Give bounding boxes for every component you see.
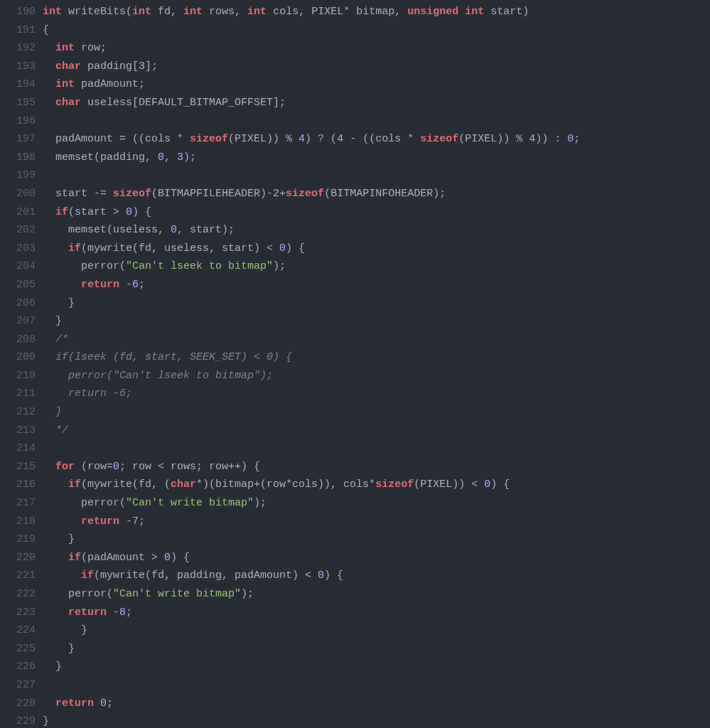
code-line[interactable]: int padAmount;	[43, 75, 710, 94]
line-number: 197	[0, 130, 36, 149]
token-ident: start)	[484, 6, 529, 18]
code-editor[interactable]: 1901911921931941951961971981992002012022…	[0, 0, 710, 728]
line-number: 222	[0, 585, 36, 604]
code-line[interactable]: }	[43, 294, 710, 313]
token-keyword: if	[68, 552, 81, 564]
token-num: 8	[119, 606, 126, 619]
code-line[interactable]: return -6;	[43, 276, 710, 294]
token-ident: );	[241, 588, 254, 600]
code-line[interactable]: perror("Can't write bitmap");	[43, 494, 710, 513]
code-line[interactable]: }	[43, 403, 710, 422]
code-line[interactable]: }	[43, 640, 710, 658]
code-line[interactable]: int writeBits(int fd, int rows, int cols…	[43, 3, 710, 21]
code-line[interactable]: memset(useless, 0, start);	[43, 221, 710, 240]
token-comment: }	[43, 406, 62, 418]
token-ident: perror(	[43, 588, 113, 600]
code-line[interactable]: perror("Can't lseek to bitmap");	[43, 367, 710, 385]
code-line[interactable]: return -7;	[43, 513, 710, 531]
token-keyword: int	[43, 6, 62, 18]
token-num: 0	[171, 224, 177, 236]
code-line[interactable]: if(mywrite(fd, padding, padAmount) < 0) …	[43, 567, 710, 585]
code-line[interactable]: if(mywrite(fd, useless, start) < 0) {	[43, 240, 710, 258]
token-keyword: if	[55, 206, 68, 218]
token-ident: (PIXEL)) <	[414, 478, 484, 491]
line-number: 216	[0, 476, 36, 494]
token-keyword: char	[55, 97, 81, 109]
token-num: 7	[132, 515, 139, 528]
code-line[interactable]	[43, 676, 710, 695]
code-line[interactable]: return -6;	[43, 385, 710, 403]
code-line[interactable]: return 0;	[43, 695, 710, 713]
token-num: 0	[164, 552, 171, 564]
code-line[interactable]: }	[43, 712, 710, 728]
code-line[interactable]: memset(padding, 0, 3);	[43, 149, 710, 167]
token-ident: perror(	[43, 260, 126, 272]
token-comment: if(lseek (fd, start, SEEK_SET) < 0) {	[43, 351, 292, 363]
token-ident: memset(padding,	[43, 151, 158, 164]
line-number: 213	[0, 422, 36, 440]
token-ident	[43, 78, 55, 90]
code-line[interactable]: if(padAmount > 0) {	[43, 549, 710, 567]
code-line[interactable]	[43, 166, 710, 185]
token-ident: );	[273, 260, 286, 272]
token-ident: {	[43, 24, 49, 36]
code-line[interactable]: start -= sizeof(BITMAPFILEHEADER)-2+size…	[43, 185, 710, 203]
code-line[interactable]: perror("Can't lseek to bitmap");	[43, 257, 710, 276]
token-comment: */	[43, 424, 68, 437]
line-number: 193	[0, 58, 36, 76]
code-line[interactable]: }	[43, 658, 710, 676]
token-num: 6	[132, 279, 139, 291]
token-num: 3	[139, 60, 145, 73]
code-line[interactable]: return -8;	[43, 604, 710, 622]
token-ident: ;	[126, 606, 132, 619]
token-keyword2: sizeof	[286, 188, 324, 200]
line-number: 205	[0, 276, 36, 294]
token-comment: return -6;	[43, 387, 132, 400]
token-keyword: char	[171, 478, 196, 491]
code-line[interactable]: int row;	[43, 39, 710, 58]
code-line[interactable]: /*	[43, 331, 710, 349]
token-ident: )) :	[535, 133, 567, 145]
code-line[interactable]: padAmount = ((cols * sizeof(PIXEL)) % 4)…	[43, 130, 710, 149]
token-ident: -	[107, 606, 119, 619]
token-ident: ) {	[286, 242, 305, 255]
line-number: 218	[0, 513, 36, 531]
token-ident: }	[43, 660, 62, 673]
line-number: 204	[0, 257, 36, 276]
token-ident: ,	[164, 151, 177, 164]
code-line[interactable]: if(start > 0) {	[43, 203, 710, 222]
token-ident: ; row < rows; row++) {	[119, 461, 260, 473]
token-ident: }	[43, 297, 75, 309]
code-line[interactable]: char padding[3];	[43, 58, 710, 76]
token-string: "Can't write bitmap"	[126, 497, 254, 509]
token-comment: /*	[43, 333, 68, 346]
token-keyword: int	[465, 6, 484, 18]
token-ident: ) ? (	[305, 133, 337, 145]
code-line[interactable]	[43, 439, 710, 458]
line-number: 190	[0, 3, 36, 21]
code-line[interactable]: if(mywrite(fd, (char*)(bitmap+(row*cols)…	[43, 476, 710, 494]
token-ident: }	[43, 315, 62, 327]
code-line[interactable]: }	[43, 312, 710, 331]
token-ident: (PIXEL)) %	[228, 133, 298, 145]
token-ident: padding[	[81, 60, 139, 73]
token-keyword: char	[55, 60, 81, 73]
code-line[interactable]: {	[43, 21, 710, 40]
code-line[interactable]	[43, 112, 710, 131]
line-number: 225	[0, 640, 36, 658]
line-number: 220	[0, 549, 36, 567]
code-line[interactable]: char useless[DEFAULT_BITMAP_OFFSET];	[43, 94, 710, 112]
code-line[interactable]: if(lseek (fd, start, SEEK_SET) < 0) {	[43, 348, 710, 367]
code-line[interactable]: perror("Can't write bitmap");	[43, 585, 710, 604]
code-line[interactable]: */	[43, 422, 710, 440]
token-ident: (mywrite(fd, useless, start) <	[81, 242, 279, 255]
token-keyword: return	[81, 515, 119, 528]
token-ident: fd,	[151, 6, 183, 18]
token-ident: (padAmount >	[81, 552, 164, 564]
code-line[interactable]: }	[43, 621, 710, 640]
code-line[interactable]: for (row=0; row < rows; row++) {	[43, 458, 710, 476]
line-number: 198	[0, 149, 36, 167]
code-line[interactable]: }	[43, 530, 710, 549]
code-area[interactable]: int writeBits(int fd, int rows, int cols…	[43, 3, 710, 728]
token-ident: padAmount;	[75, 78, 145, 90]
